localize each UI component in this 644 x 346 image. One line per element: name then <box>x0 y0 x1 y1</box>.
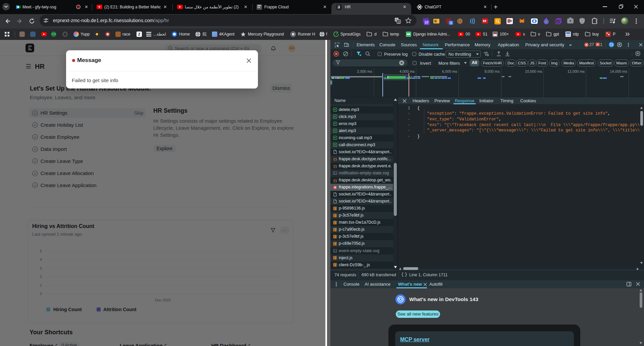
svg-text:{}: {} <box>334 207 337 211</box>
svg-text:{}: {} <box>334 214 337 218</box>
svg-text:{}: {} <box>334 235 337 239</box>
svg-text:{}: {} <box>334 264 337 267</box>
svg-text:文: 文 <box>398 20 400 23</box>
svg-text:{}: {} <box>334 256 337 260</box>
svg-text:{}: {} <box>334 228 337 232</box>
svg-text:{}: {} <box>334 242 337 246</box>
svg-text:{}: {} <box>334 221 337 225</box>
